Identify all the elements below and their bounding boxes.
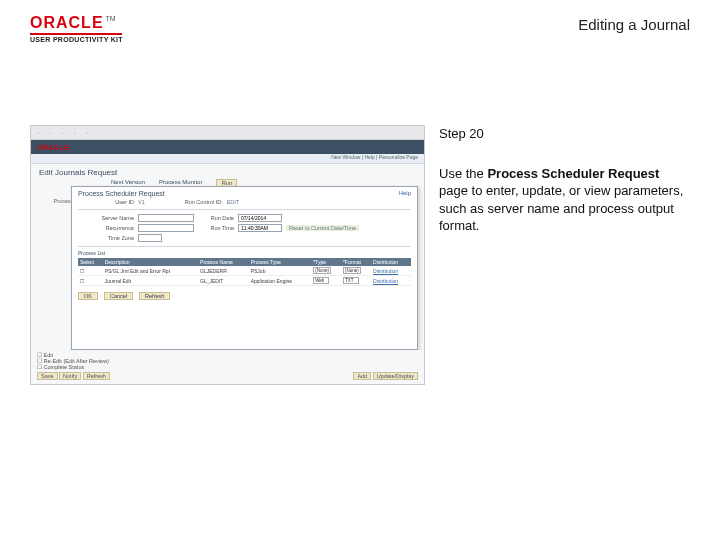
logo-subtitle: USER PRODUCTIVITY KIT — [30, 36, 123, 43]
modal-buttons: OK Cancel Refresh — [72, 290, 417, 302]
logo-text: ORACLE — [30, 14, 104, 32]
browser-tabs: ◦◦◦◦◦ — [31, 126, 424, 140]
screenshot-column: ◦◦◦◦◦ ORACLE New Window | Help | Persona… — [30, 125, 425, 385]
reset-datetime-button: Reset to Current Date/Time — [286, 225, 359, 231]
footer-refresh-button: Refresh — [83, 372, 110, 380]
app-brandbar: ORACLE — [31, 140, 424, 154]
app-subbar: New Window | Help | Personalize Page — [31, 154, 424, 164]
notify-button: Notify — [59, 372, 81, 380]
content-row: ◦◦◦◦◦ ORACLE New Window | Help | Persona… — [0, 49, 720, 385]
server-name-input — [138, 214, 194, 222]
logo-rule — [30, 33, 122, 35]
update-display-button: Update/Display — [373, 372, 418, 380]
oracle-logo: ORACLE TM USER PRODUCTIVITY KIT — [30, 14, 123, 43]
embedded-screenshot: ◦◦◦◦◦ ORACLE New Window | Help | Persona… — [30, 125, 425, 385]
refresh-button: Refresh — [139, 292, 170, 300]
run-time-input — [238, 224, 282, 232]
process-list-label: Process List — [72, 250, 417, 258]
cancel-button: Cancel — [104, 292, 133, 300]
ok-button: OK — [78, 292, 98, 300]
modal-help-link: Help — [399, 190, 411, 196]
table-row: ☐ Journal Edit GL_JEDIT Application Engi… — [78, 276, 411, 286]
add-button: Add — [353, 372, 371, 380]
instruction-text: Use the Process Scheduler Request page t… — [439, 165, 689, 235]
app-page-title: Edit Journals Request — [31, 164, 424, 179]
run-date-input — [238, 214, 282, 222]
document-title: Editing a Journal — [578, 16, 690, 33]
timezone-input — [138, 234, 162, 242]
app-brand-text: ORACLE — [37, 144, 70, 151]
recurrence-input — [138, 224, 194, 232]
instruction-column: Step 20 Use the Process Scheduler Reques… — [439, 125, 689, 385]
process-scheduler-modal: Process Scheduler Request Help User ID V… — [71, 186, 418, 350]
logo-trademark: TM — [106, 15, 116, 22]
page-header: ORACLE TM USER PRODUCTIVITY KIT Editing … — [0, 0, 720, 49]
process-list-table: Select Description Process Name Process … — [78, 258, 411, 286]
app-footer: ☐ Edit ☐ Re-Edit (Edit After Review) ☐ C… — [31, 350, 424, 384]
save-button: Save — [37, 372, 58, 380]
modal-title: Process Scheduler Request — [72, 187, 417, 198]
table-row: ☐ PS/GL Jrnl Edit and Error Rpt GLJEDERR… — [78, 266, 411, 276]
step-number: Step 20 — [439, 125, 689, 143]
